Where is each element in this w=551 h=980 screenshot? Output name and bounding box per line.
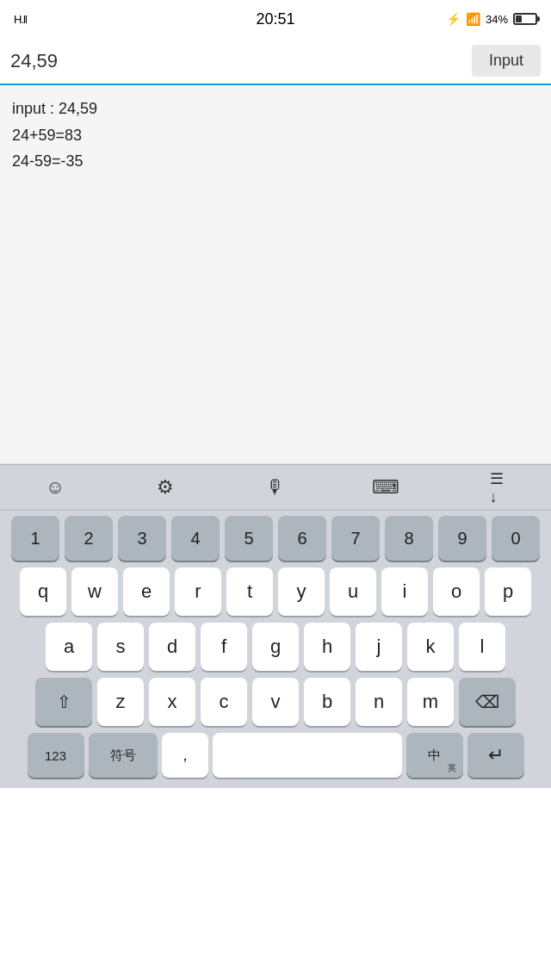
shift-key[interactable]: ⇧ [35,678,92,726]
numeric-toggle-key[interactable]: 123 [28,733,84,778]
charging-icon: ⚡ [446,12,461,26]
key-j[interactable]: j [356,623,402,671]
lang-key[interactable]: 中 英 [406,733,463,778]
keyboard-button[interactable]: ⌨ [364,470,407,505]
output-line-2: 24+59=83 [12,122,539,149]
input-button[interactable]: Input [472,45,541,77]
keyboard-icon: ⌨ [372,476,399,499]
input-section: Input [0,38,551,85]
mic-button[interactable]: 🎙 [254,470,297,505]
key-t[interactable]: t [226,568,273,616]
key-l[interactable]: l [459,623,505,671]
key-c[interactable]: c [201,678,247,726]
clock: 20:51 [256,10,294,28]
qwerty-row: q w e r t y u i o p [3,568,548,616]
layout-icon: ☰↓ [490,469,503,506]
output-line-3: 24-59=-35 [12,148,539,175]
bottom-row: 123 符号 ， 中 英 ↵ [3,733,548,778]
keyboard: 1 2 3 4 5 6 7 8 9 0 q w e r t y u i o p … [0,511,551,788]
gear-icon: ⚙ [157,476,174,499]
main-input[interactable] [10,50,465,72]
mic-icon: 🎙 [266,476,285,499]
space-key[interactable] [213,733,402,778]
emoji-button[interactable]: ☺ [34,470,77,505]
key-d[interactable]: d [149,623,195,671]
battery-percent: 34% [486,13,508,26]
lang-badge: 英 [446,762,458,774]
key-5[interactable]: 5 [225,516,273,561]
key-e[interactable]: e [123,568,170,616]
key-3[interactable]: 3 [118,516,166,561]
key-a[interactable]: a [46,623,92,671]
key-i[interactable]: i [381,568,428,616]
key-w[interactable]: w [71,568,118,616]
key-b[interactable]: b [304,678,350,726]
number-row: 1 2 3 4 5 6 7 8 9 0 [3,516,548,561]
comma-key[interactable]: ， [162,733,208,778]
key-6[interactable]: 6 [278,516,326,561]
key-s[interactable]: s [97,623,144,671]
key-7[interactable]: 7 [331,516,380,561]
layout-button[interactable]: ☰↓ [474,470,517,505]
key-h[interactable]: h [304,623,350,671]
key-u[interactable]: u [330,568,376,616]
key-1[interactable]: 1 [11,516,59,561]
key-8[interactable]: 8 [385,516,433,561]
key-o[interactable]: o [433,568,480,616]
enter-key[interactable]: ↵ [467,733,524,778]
signal-text: H.ll [14,13,27,26]
key-k[interactable]: k [407,623,454,671]
asdf-row: a s d f g h j k l [3,623,548,671]
key-r[interactable]: r [175,568,221,616]
key-q[interactable]: q [20,568,66,616]
settings-button[interactable]: ⚙ [144,470,187,505]
key-z[interactable]: z [97,678,144,726]
key-g[interactable]: g [252,623,299,671]
emoji-icon: ☺ [46,476,65,499]
output-line-1: input : 24,59 [12,96,539,122]
signal-area: H.ll [14,13,27,26]
key-x[interactable]: x [149,678,195,726]
battery-icon [513,13,537,25]
key-0[interactable]: 0 [492,516,540,561]
key-f[interactable]: f [201,623,247,671]
symbol-key[interactable]: 符号 [89,733,158,778]
key-y[interactable]: y [278,568,325,616]
key-9[interactable]: 9 [438,516,486,561]
battery-area: ⚡ 📶 34% [446,12,537,26]
key-2[interactable]: 2 [65,516,113,561]
backspace-key[interactable]: ⌫ [459,678,516,726]
key-p[interactable]: p [485,568,531,616]
keyboard-toolbar: ☺ ⚙ 🎙 ⌨ ☰↓ [0,464,551,511]
key-4[interactable]: 4 [171,516,220,561]
key-m[interactable]: m [407,678,454,726]
wifi-icon: 📶 [466,12,480,26]
zxcv-row: ⇧ z x c v b n m ⌫ [3,678,548,726]
battery-fill [516,16,522,22]
status-bar: H.ll 20:51 ⚡ 📶 34% [0,0,551,38]
key-n[interactable]: n [356,678,402,726]
key-v[interactable]: v [252,678,299,726]
output-section: input : 24,59 24+59=83 24-59=-35 [0,85,551,464]
